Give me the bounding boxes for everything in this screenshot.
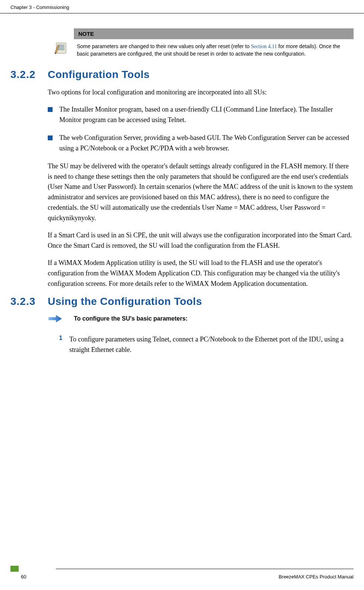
- section-heading-322: 3.2.2 Configuration Tools: [10, 69, 354, 81]
- section-ref-link[interactable]: Section 4.11: [251, 44, 277, 49]
- procedure-title: To configure the SU's basic parameters:: [74, 315, 188, 322]
- section-title: Configuration Tools: [48, 69, 150, 81]
- footer-bar: [10, 566, 354, 572]
- step-number: 1: [59, 334, 69, 355]
- numbered-step: 1 To configure parameters using Telnet, …: [59, 334, 354, 355]
- bullet-icon: [48, 135, 53, 140]
- bullet-text: The web Configuration Server, providing …: [59, 133, 354, 154]
- step-text: To configure parameters using Telnet, co…: [69, 334, 354, 355]
- note-icon: [54, 41, 68, 55]
- intro-paragraph: Two options for local configuration and …: [48, 87, 354, 98]
- bullet-text: The Installer Monitor program, based on …: [59, 104, 354, 125]
- bullet-item: The Installer Monitor program, based on …: [48, 104, 354, 125]
- note-body: Some parameters are changed to their new…: [74, 39, 354, 57]
- section-number: 3.2.3: [10, 296, 48, 308]
- section-title: Using the Configuration Tools: [48, 296, 202, 308]
- page-number: 60: [10, 574, 59, 580]
- footer-divider: [56, 569, 354, 569]
- procedure-intro: To configure the SU's basic parameters:: [48, 314, 354, 323]
- section-heading-323: 3.2.3 Using the Configuration Tools: [10, 296, 354, 308]
- footer-line-wrap: [19, 566, 354, 572]
- arrow-icon: [48, 314, 63, 323]
- page-header: Chapter 3 - Commissioning: [0, 0, 364, 13]
- note-box: NOTE Some parameters are changed to thei…: [48, 28, 354, 57]
- bullet-item: The web Configuration Server, providing …: [48, 133, 354, 154]
- footer-text: 60 BreezeMAX CPEs Product Manual: [10, 574, 354, 580]
- note-text-before: Some parameters are changed to their new…: [77, 43, 251, 49]
- body-paragraph: If a WiMAX Modem Application utility is …: [48, 258, 354, 289]
- note-content: NOTE Some parameters are changed to thei…: [74, 28, 354, 57]
- body-paragraph: The SU may be delivered with the operato…: [48, 161, 354, 224]
- body-paragraph: If a Smart Card is used in an Si CPE, th…: [48, 230, 354, 251]
- page-content: NOTE Some parameters are changed to thei…: [0, 13, 364, 355]
- bullet-icon: [48, 107, 53, 112]
- note-icon-cell: [48, 28, 74, 57]
- manual-title: BreezeMAX CPEs Product Manual: [59, 574, 354, 580]
- note-header: NOTE: [74, 28, 354, 39]
- chapter-label: Chapter 3 - Commissioning: [10, 4, 69, 10]
- section-number: 3.2.2: [10, 69, 48, 81]
- page-footer: 60 BreezeMAX CPEs Product Manual: [10, 566, 354, 580]
- footer-accent: [10, 566, 19, 572]
